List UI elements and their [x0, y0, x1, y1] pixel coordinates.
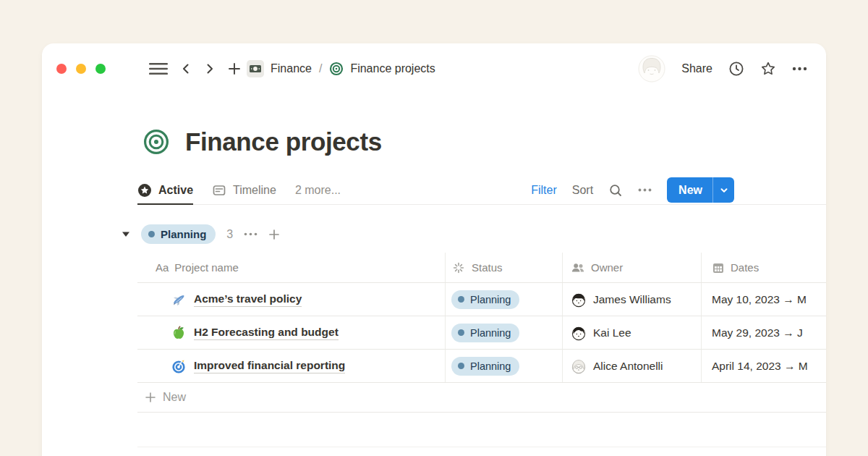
owner-name: Alice Antonelli — [593, 360, 663, 373]
status-pill: Planning — [451, 290, 519, 309]
status-dot — [458, 363, 464, 369]
forward-icon[interactable] — [204, 63, 216, 75]
status-label: Planning — [470, 294, 511, 305]
column-label: Dates — [731, 261, 759, 274]
column-header-owner[interactable]: Owner — [563, 253, 702, 282]
add-row-button[interactable]: New — [137, 383, 826, 413]
column-header-dates[interactable]: Dates — [702, 253, 826, 282]
new-page-icon[interactable] — [228, 62, 241, 75]
column-label: Status — [472, 261, 503, 274]
breadcrumb: Finance / Finance projects — [247, 60, 435, 77]
projects-table: Aa Project name Status Owner Dates — [137, 253, 826, 413]
status-pill: Planning — [451, 324, 519, 342]
status-pill: Planning — [451, 357, 519, 376]
group-label: Planning — [161, 228, 206, 240]
page-icon-target[interactable] — [143, 129, 169, 155]
owner-name: James Williams — [593, 293, 671, 306]
owner-avatar — [571, 325, 587, 341]
text-property-icon: Aa — [156, 261, 169, 274]
breadcrumb-parent[interactable]: Finance — [271, 62, 312, 75]
tab-label: Timeline — [233, 184, 276, 197]
sort-button[interactable]: Sort — [572, 184, 593, 197]
dates-cell[interactable]: May 29, 2023 → J — [702, 316, 826, 349]
owner-avatar — [571, 292, 587, 308]
project-page-link[interactable]: Acme’s travel policy — [194, 292, 302, 307]
app-window: Finance / Finance projects Share — [42, 43, 826, 456]
status-property-icon — [451, 261, 466, 275]
owner-cell[interactable]: Alice Antonelli — [563, 350, 702, 382]
project-page-link[interactable]: H2 Forecasting and budget — [194, 326, 339, 340]
traffic-lights — [56, 64, 106, 74]
status-cell[interactable]: Planning — [446, 316, 563, 349]
page-title[interactable]: Finance projects — [185, 127, 382, 156]
status-dot — [458, 296, 464, 303]
share-button[interactable]: Share — [681, 62, 712, 75]
green-apple-icon — [171, 325, 187, 341]
target-icon — [329, 62, 344, 76]
column-label: Project name — [174, 261, 238, 274]
back-icon[interactable] — [180, 63, 192, 75]
project-name-cell[interactable]: Acme’s travel policy — [137, 283, 446, 316]
group-options-icon[interactable] — [244, 232, 258, 236]
table-header-row: Aa Project name Status Owner Dates — [137, 253, 826, 283]
tab-label: Active — [158, 184, 193, 197]
group-add-icon[interactable] — [268, 229, 280, 240]
updates-clock-icon[interactable] — [728, 61, 744, 77]
timeline-view-icon — [212, 183, 226, 198]
table-row: H2 Forecasting and budget Planning Kai L… — [137, 316, 826, 350]
table-row: Acme’s travel policy Planning James Will… — [137, 283, 826, 316]
add-row-label: New — [163, 391, 186, 404]
table-row: Improved financial reporting Planning Al… — [137, 350, 826, 383]
close-window-button[interactable] — [56, 64, 67, 74]
dates-cell[interactable]: April 14, 2023 → M — [702, 350, 826, 382]
favorite-star-icon[interactable] — [760, 61, 776, 77]
status-dot — [148, 231, 155, 237]
view-toolbar: Active Timeline 2 more... Filter Sort Ne… — [42, 175, 826, 205]
tab-active-view[interactable]: Active — [137, 175, 193, 205]
owner-cell[interactable]: James Williams — [563, 283, 702, 316]
window-toolbar: Finance / Finance projects Share — [42, 43, 826, 83]
zoom-window-button[interactable] — [95, 64, 106, 74]
group-count: 3 — [226, 228, 233, 241]
more-options-icon[interactable] — [792, 67, 807, 71]
status-cell[interactable]: Planning — [446, 350, 563, 382]
new-button[interactable]: New — [667, 177, 734, 203]
new-button-label: New — [667, 177, 712, 203]
owner-cell[interactable]: Kai Lee — [563, 316, 702, 349]
starred-view-icon — [137, 183, 152, 198]
minimize-window-button[interactable] — [76, 64, 86, 74]
breadcrumb-separator: / — [319, 62, 322, 75]
section-divider — [137, 447, 826, 447]
tab-timeline-view[interactable]: Timeline — [212, 175, 276, 205]
column-label: Owner — [591, 261, 623, 274]
breadcrumb-current[interactable]: Finance projects — [350, 62, 435, 75]
status-label: Planning — [470, 360, 511, 372]
column-header-status[interactable]: Status — [446, 253, 563, 282]
owner-name: Kai Lee — [593, 326, 631, 339]
owner-avatar — [571, 358, 587, 374]
project-name-cell[interactable]: H2 Forecasting and budget — [137, 316, 446, 349]
project-name-cell[interactable]: Improved financial reporting — [137, 350, 446, 382]
status-cell[interactable]: Planning — [446, 283, 563, 316]
group-header-planning: Planning 3 — [122, 224, 826, 244]
calendar-property-icon — [712, 261, 725, 274]
status-label: Planning — [470, 327, 511, 339]
viewer-avatar[interactable] — [638, 55, 665, 83]
banknote-icon[interactable] — [247, 60, 264, 77]
people-property-icon — [571, 261, 585, 275]
airplane-icon — [171, 292, 187, 308]
new-button-dropdown[interactable] — [712, 177, 734, 203]
sidebar-menu-icon[interactable] — [149, 62, 168, 76]
status-dot — [458, 329, 464, 336]
dates-cell[interactable]: May 10, 2023 → M — [702, 283, 826, 316]
search-icon[interactable] — [608, 183, 623, 198]
more-views-button[interactable]: 2 more... — [295, 184, 341, 197]
plus-icon — [145, 392, 156, 403]
view-options-icon[interactable] — [638, 188, 652, 192]
collapse-triangle-icon[interactable] — [122, 231, 130, 237]
project-page-link[interactable]: Improved financial reporting — [194, 359, 345, 373]
group-status-pill[interactable]: Planning — [141, 224, 216, 244]
filter-button[interactable]: Filter — [531, 184, 557, 197]
dart-target-icon — [171, 358, 187, 374]
column-header-name[interactable]: Aa Project name — [137, 253, 446, 282]
